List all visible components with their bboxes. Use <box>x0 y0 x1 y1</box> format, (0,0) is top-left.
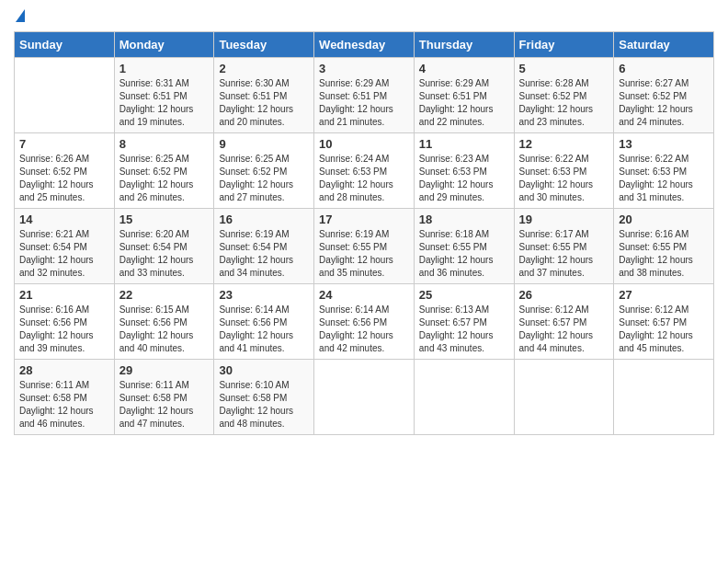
day-cell: 17Sunrise: 6:19 AM Sunset: 6:55 PM Dayli… <box>314 209 415 284</box>
day-number: 18 <box>419 213 509 226</box>
day-cell <box>15 58 115 133</box>
day-number: 10 <box>319 137 409 151</box>
day-number: 19 <box>519 213 609 226</box>
day-cell: 22Sunrise: 6:15 AM Sunset: 6:56 PM Dayli… <box>114 284 214 360</box>
day-info: Sunrise: 6:10 AM Sunset: 6:58 PM Dayligh… <box>219 379 309 431</box>
day-info: Sunrise: 6:25 AM Sunset: 6:52 PM Dayligh… <box>119 153 210 204</box>
day-cell: 21Sunrise: 6:16 AM Sunset: 6:56 PM Dayli… <box>15 284 115 360</box>
day-cell: 8Sunrise: 6:25 AM Sunset: 6:52 PM Daylig… <box>114 133 214 209</box>
day-number: 14 <box>19 213 109 226</box>
day-number: 24 <box>319 288 409 302</box>
day-number: 5 <box>519 62 609 75</box>
day-cell: 11Sunrise: 6:23 AM Sunset: 6:53 PM Dayli… <box>414 133 514 209</box>
day-cell: 23Sunrise: 6:14 AM Sunset: 6:56 PM Dayli… <box>214 284 314 360</box>
day-info: Sunrise: 6:26 AM Sunset: 6:52 PM Dayligh… <box>19 153 109 204</box>
day-info: Sunrise: 6:12 AM Sunset: 6:57 PM Dayligh… <box>619 304 709 355</box>
logo-triangle-icon <box>16 9 25 22</box>
day-info: Sunrise: 6:28 AM Sunset: 6:52 PM Dayligh… <box>519 77 609 129</box>
day-number: 26 <box>519 288 609 302</box>
day-cell <box>414 360 514 435</box>
week-row-1: 1Sunrise: 6:31 AM Sunset: 6:51 PM Daylig… <box>15 58 714 133</box>
day-cell: 28Sunrise: 6:11 AM Sunset: 6:58 PM Dayli… <box>15 360 115 435</box>
day-cell: 30Sunrise: 6:10 AM Sunset: 6:58 PM Dayli… <box>214 360 314 435</box>
day-cell: 6Sunrise: 6:27 AM Sunset: 6:52 PM Daylig… <box>614 58 714 133</box>
col-wednesday: Wednesday <box>314 32 415 58</box>
day-number: 28 <box>19 363 109 377</box>
day-number: 25 <box>419 288 509 302</box>
day-number: 16 <box>219 213 309 226</box>
day-info: Sunrise: 6:19 AM Sunset: 6:54 PM Dayligh… <box>219 228 309 280</box>
day-number: 7 <box>19 137 109 151</box>
day-info: Sunrise: 6:16 AM Sunset: 6:55 PM Dayligh… <box>619 228 709 280</box>
week-row-5: 28Sunrise: 6:11 AM Sunset: 6:58 PM Dayli… <box>15 360 714 435</box>
day-cell: 1Sunrise: 6:31 AM Sunset: 6:51 PM Daylig… <box>114 58 214 133</box>
day-cell: 4Sunrise: 6:29 AM Sunset: 6:51 PM Daylig… <box>414 58 514 133</box>
day-cell: 2Sunrise: 6:30 AM Sunset: 6:51 PM Daylig… <box>214 58 314 133</box>
day-info: Sunrise: 6:13 AM Sunset: 6:57 PM Dayligh… <box>419 304 509 355</box>
day-info: Sunrise: 6:29 AM Sunset: 6:51 PM Dayligh… <box>419 77 509 129</box>
day-number: 20 <box>619 213 709 226</box>
day-cell: 20Sunrise: 6:16 AM Sunset: 6:55 PM Dayli… <box>614 209 714 284</box>
day-info: Sunrise: 6:24 AM Sunset: 6:53 PM Dayligh… <box>319 153 409 204</box>
day-number: 11 <box>419 137 509 151</box>
day-cell: 19Sunrise: 6:17 AM Sunset: 6:55 PM Dayli… <box>514 209 614 284</box>
day-number: 2 <box>219 62 309 75</box>
col-friday: Friday <box>514 32 614 58</box>
day-info: Sunrise: 6:16 AM Sunset: 6:56 PM Dayligh… <box>19 304 109 355</box>
day-info: Sunrise: 6:22 AM Sunset: 6:53 PM Dayligh… <box>619 153 709 204</box>
header-row: SundayMondayTuesdayWednesdayThursdayFrid… <box>15 32 714 58</box>
day-info: Sunrise: 6:11 AM Sunset: 6:58 PM Dayligh… <box>119 379 210 431</box>
day-cell: 26Sunrise: 6:12 AM Sunset: 6:57 PM Dayli… <box>514 284 614 360</box>
col-tuesday: Tuesday <box>214 32 314 58</box>
col-saturday: Saturday <box>614 32 714 58</box>
day-number: 15 <box>119 213 210 226</box>
day-info: Sunrise: 6:11 AM Sunset: 6:58 PM Dayligh… <box>19 379 109 431</box>
day-cell: 12Sunrise: 6:22 AM Sunset: 6:53 PM Dayli… <box>514 133 614 209</box>
day-cell: 16Sunrise: 6:19 AM Sunset: 6:54 PM Dayli… <box>214 209 314 284</box>
day-cell: 9Sunrise: 6:25 AM Sunset: 6:52 PM Daylig… <box>214 133 314 209</box>
day-number: 22 <box>119 288 210 302</box>
col-sunday: Sunday <box>15 32 115 58</box>
day-number: 6 <box>619 62 709 75</box>
page-header <box>14 9 714 22</box>
day-cell <box>514 360 614 435</box>
day-cell: 18Sunrise: 6:18 AM Sunset: 6:55 PM Dayli… <box>414 209 514 284</box>
day-number: 27 <box>619 288 709 302</box>
day-info: Sunrise: 6:18 AM Sunset: 6:55 PM Dayligh… <box>419 228 509 280</box>
day-info: Sunrise: 6:25 AM Sunset: 6:52 PM Dayligh… <box>219 153 309 204</box>
day-cell: 5Sunrise: 6:28 AM Sunset: 6:52 PM Daylig… <box>514 58 614 133</box>
day-info: Sunrise: 6:22 AM Sunset: 6:53 PM Dayligh… <box>519 153 609 204</box>
day-cell: 7Sunrise: 6:26 AM Sunset: 6:52 PM Daylig… <box>15 133 115 209</box>
day-cell: 24Sunrise: 6:14 AM Sunset: 6:56 PM Dayli… <box>314 284 415 360</box>
day-number: 4 <box>419 62 509 75</box>
day-cell <box>314 360 415 435</box>
day-cell: 3Sunrise: 6:29 AM Sunset: 6:51 PM Daylig… <box>314 58 415 133</box>
day-number: 3 <box>319 62 409 75</box>
day-cell: 10Sunrise: 6:24 AM Sunset: 6:53 PM Dayli… <box>314 133 415 209</box>
calendar-table: SundayMondayTuesdayWednesdayThursdayFrid… <box>14 31 714 435</box>
day-number: 1 <box>119 62 210 75</box>
week-row-2: 7Sunrise: 6:26 AM Sunset: 6:52 PM Daylig… <box>15 133 714 209</box>
logo <box>14 9 25 22</box>
day-number: 12 <box>519 137 609 151</box>
col-monday: Monday <box>114 32 214 58</box>
day-cell: 29Sunrise: 6:11 AM Sunset: 6:58 PM Dayli… <box>114 360 214 435</box>
day-info: Sunrise: 6:12 AM Sunset: 6:57 PM Dayligh… <box>519 304 609 355</box>
day-number: 30 <box>219 363 309 377</box>
day-info: Sunrise: 6:29 AM Sunset: 6:51 PM Dayligh… <box>319 77 409 129</box>
day-info: Sunrise: 6:23 AM Sunset: 6:53 PM Dayligh… <box>419 153 509 204</box>
day-number: 13 <box>619 137 709 151</box>
day-info: Sunrise: 6:31 AM Sunset: 6:51 PM Dayligh… <box>119 77 210 129</box>
day-cell: 14Sunrise: 6:21 AM Sunset: 6:54 PM Dayli… <box>15 209 115 284</box>
day-number: 9 <box>219 137 309 151</box>
day-number: 21 <box>19 288 109 302</box>
day-info: Sunrise: 6:14 AM Sunset: 6:56 PM Dayligh… <box>319 304 409 355</box>
day-info: Sunrise: 6:30 AM Sunset: 6:51 PM Dayligh… <box>219 77 309 129</box>
col-thursday: Thursday <box>414 32 514 58</box>
day-number: 8 <box>119 137 210 151</box>
day-info: Sunrise: 6:20 AM Sunset: 6:54 PM Dayligh… <box>119 228 210 280</box>
day-info: Sunrise: 6:14 AM Sunset: 6:56 PM Dayligh… <box>219 304 309 355</box>
day-info: Sunrise: 6:27 AM Sunset: 6:52 PM Dayligh… <box>619 77 709 129</box>
day-number: 23 <box>219 288 309 302</box>
day-cell <box>614 360 714 435</box>
